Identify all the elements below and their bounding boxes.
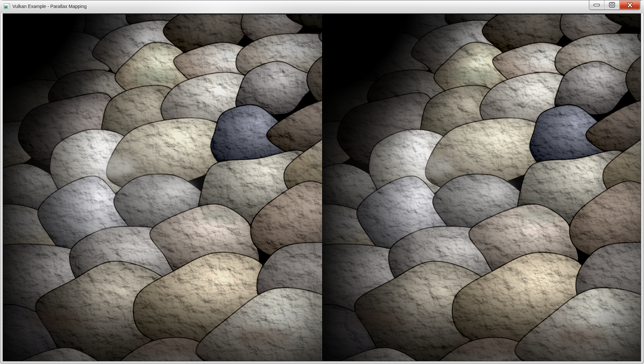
- close-button[interactable]: [620, 0, 640, 9]
- app-icon[interactable]: [4, 3, 10, 9]
- render-area: [3, 13, 641, 361]
- minimize-icon: [593, 3, 600, 7]
- window-border-left[interactable]: [0, 13, 3, 361]
- left-render-canvas: [3, 14, 322, 361]
- close-icon: [627, 2, 633, 8]
- window-title: Vulkan Example - Parallax Mapping: [12, 0, 87, 13]
- viewport-left[interactable]: [3, 14, 322, 361]
- maximize-button[interactable]: [604, 0, 620, 9]
- app-window-icon: [4, 3, 10, 9]
- maximize-icon: [609, 2, 615, 8]
- caption-button-group: [589, 0, 640, 10]
- window-border-bottom[interactable]: [0, 361, 644, 364]
- viewport-right[interactable]: [322, 14, 641, 361]
- window-border-right[interactable]: [641, 13, 644, 361]
- app-window: Vulkan Example - Parallax Mapping: [0, 0, 644, 364]
- minimize-button[interactable]: [589, 0, 604, 9]
- right-render-canvas: [322, 14, 641, 361]
- title-bar[interactable]: Vulkan Example - Parallax Mapping: [0, 0, 644, 13]
